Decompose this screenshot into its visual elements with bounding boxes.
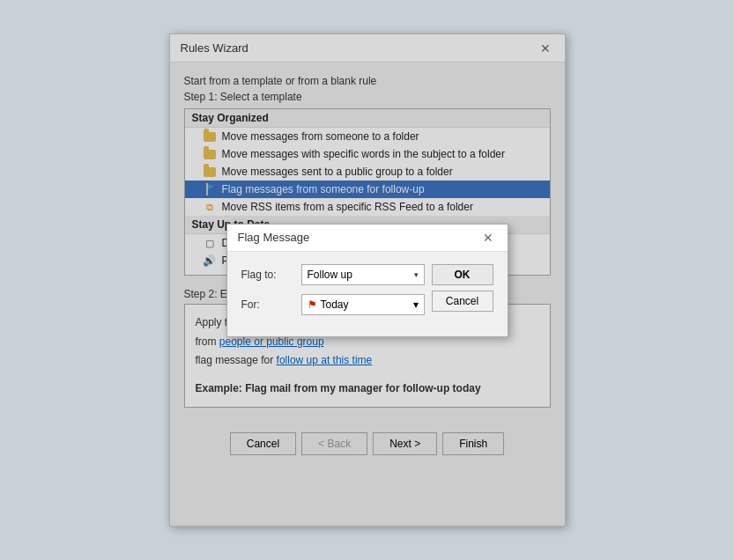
dialog-title: Flag Message [238, 231, 310, 244]
flag-to-dropdown[interactable]: Follow up [301, 264, 425, 285]
for-label: For: [241, 298, 294, 311]
rules-wizard: Rules Wizard ✕ Start from a template or … [169, 33, 566, 527]
dialog-body: Flag to: Follow up For: ⚑ Today [227, 252, 508, 336]
for-row: For: ⚑ Today [241, 294, 425, 315]
dialog-fields: Flag to: Follow up For: ⚑ Today [241, 264, 425, 324]
for-dropdown[interactable]: ⚑ Today [301, 294, 425, 315]
flag-red-icon: ⚑ [308, 298, 317, 311]
flag-message-dialog: Flag Message ✕ Flag to: Follow up [226, 224, 508, 337]
flag-to-label: Flag to: [241, 269, 294, 281]
dialog-action-buttons: OK Cancel [432, 264, 493, 312]
chevron-down-icon [413, 298, 419, 311]
chevron-down-icon [414, 270, 419, 279]
flag-to-row: Flag to: Follow up [241, 264, 425, 285]
dialog-ok-button[interactable]: OK [432, 264, 493, 285]
dialog-overlay: Flag Message ✕ Flag to: Follow up [170, 34, 565, 526]
flag-to-value: Follow up [308, 269, 352, 281]
dialog-fields-group: Flag to: Follow up For: ⚑ Today [241, 264, 493, 324]
for-value: Today [321, 298, 349, 311]
dialog-cancel-button[interactable]: Cancel [432, 291, 493, 312]
dialog-close-button[interactable]: ✕ [479, 231, 497, 245]
dialog-title-bar: Flag Message ✕ [227, 225, 508, 252]
